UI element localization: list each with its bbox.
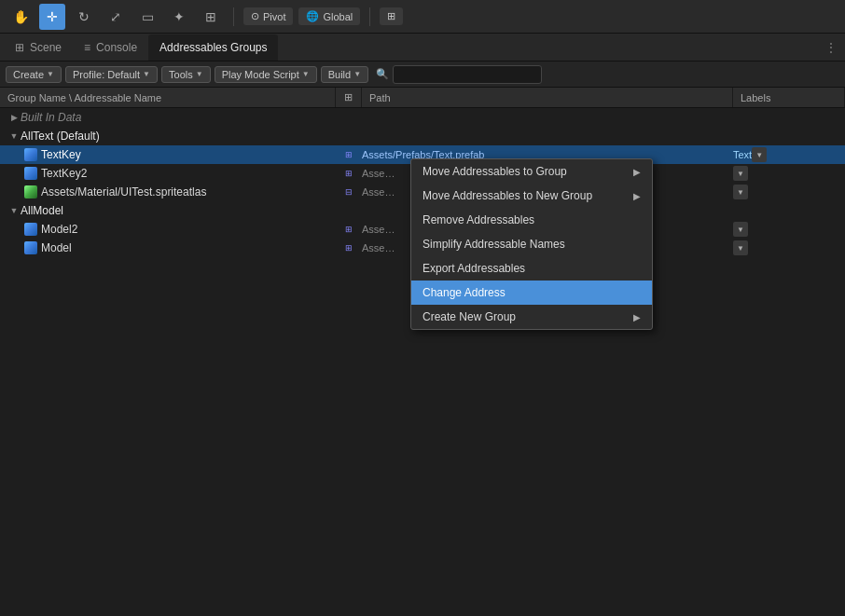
ctx-simplify-label: Simplify Addressable Names xyxy=(422,238,565,251)
ctx-move-to-new-group[interactable]: Move Addressables to New Group ▶ xyxy=(411,184,652,208)
built-in-arrow: ▶ xyxy=(7,111,21,124)
profile-dropdown[interactable]: Profile: Default ▼ xyxy=(65,66,158,83)
uitest-path: Asse… xyxy=(362,186,395,198)
addressables-label: Addressables Groups xyxy=(159,41,267,54)
search-icon: 🔍 xyxy=(376,68,389,80)
col-name: Group Name \ Addressable Name xyxy=(0,88,336,107)
context-menu: Move Addressables to Group ▶ Move Addres… xyxy=(410,158,653,330)
move-tool-icon[interactable]: ✛ xyxy=(39,4,65,30)
allmodel-arrow: ▼ xyxy=(7,204,21,217)
col-labels: Labels xyxy=(733,88,845,107)
model-label: Model xyxy=(41,241,336,254)
textkey-path-label: Text xyxy=(733,149,752,160)
create-label: Create xyxy=(13,69,44,80)
build-dropdown[interactable]: Build ▼ xyxy=(321,66,368,83)
ctx-remove-label: Remove Addressables xyxy=(422,213,534,226)
profile-label: Profile: Default xyxy=(73,69,140,80)
scene-label: Scene xyxy=(30,41,62,54)
alltext-arrow: ▼ xyxy=(7,130,21,143)
model2-label: Model2 xyxy=(41,223,336,236)
tab-bar: ⊞ Scene ≡ Console Addressables Groups ⋮ xyxy=(0,34,845,62)
play-mode-arrow: ▼ xyxy=(302,70,310,78)
column-headers: Group Name \ Addressable Name ⊞ Path Lab… xyxy=(0,88,845,108)
row-built-in[interactable]: ▶ Built In Data xyxy=(0,108,845,127)
ctx-remove[interactable]: Remove Addressables xyxy=(411,208,652,232)
uitest-dropdown[interactable]: ▼ xyxy=(733,185,748,199)
model-path: Asse… xyxy=(362,242,395,253)
ctx-export[interactable]: Export Addressables xyxy=(411,256,652,281)
model-dropdown[interactable]: ▼ xyxy=(733,240,748,255)
grid-icon: ⊞ xyxy=(387,10,395,22)
search-input[interactable] xyxy=(393,65,542,84)
rotate-tool-icon[interactable]: ↻ xyxy=(71,4,97,30)
uitest-sprite-icon xyxy=(23,185,38,199)
play-mode-dropdown[interactable]: Play Mode Script ▼ xyxy=(215,66,317,83)
textkey-dropdown[interactable]: ▼ xyxy=(752,147,767,162)
transform-tool-icon[interactable]: ✦ xyxy=(166,4,192,30)
ctx-move-to-group-arrow: ▶ xyxy=(633,167,641,177)
col-path: Path xyxy=(362,88,733,107)
global-label: Global xyxy=(323,11,353,22)
hand-tool-icon[interactable]: ✋ xyxy=(7,4,34,30)
pivot-icon: ⊙ xyxy=(251,10,259,22)
global-icon: 🌐 xyxy=(306,10,319,22)
model2-dropdown[interactable]: ▼ xyxy=(733,222,748,237)
separator-2 xyxy=(369,7,370,26)
scene-icon: ⊞ xyxy=(15,41,24,54)
allmodel-label: AllModel xyxy=(21,204,336,217)
ctx-create-new-group-label: Create New Group xyxy=(422,310,516,323)
play-mode-label: Play Mode Script xyxy=(222,69,299,80)
tools-label: Tools xyxy=(169,69,193,80)
model2-cube-icon xyxy=(23,222,38,237)
col-path-icon: ⊞ xyxy=(336,88,362,107)
create-arrow: ▼ xyxy=(47,70,54,78)
ctx-export-label: Export Addressables xyxy=(422,262,525,275)
tab-console[interactable]: ≡ Console xyxy=(73,34,148,61)
grid-button[interactable]: ⊞ xyxy=(380,7,403,25)
pivot-label: Pivot xyxy=(263,11,285,22)
ctx-change-address-label: Change Address xyxy=(422,286,506,299)
global-button[interactable]: 🌐 Global xyxy=(298,7,360,25)
console-icon: ≡ xyxy=(84,41,90,54)
model2-path: Asse… xyxy=(362,224,395,235)
textkey-path-badge: ⊞ xyxy=(336,150,362,159)
separator-1 xyxy=(233,7,234,26)
textkey2-cube-icon xyxy=(23,166,38,181)
custom-tool-icon[interactable]: ⊞ xyxy=(198,4,224,30)
textkey-cube-icon xyxy=(23,147,38,162)
uitest-label: Assets/Material/UITest.spriteatlas xyxy=(41,185,336,198)
ctx-move-to-group-label: Move Addressables to Group xyxy=(422,165,567,178)
tab-addressables-groups[interactable]: Addressables Groups xyxy=(148,34,278,61)
textkey2-path: Asse… xyxy=(362,168,395,179)
build-arrow: ▼ xyxy=(353,70,361,78)
row-alltext[interactable]: ▼ AllText (Default) xyxy=(0,127,845,145)
ctx-move-to-new-group-label: Move Addressables to New Group xyxy=(422,189,592,202)
pivot-button[interactable]: ⊙ Pivot xyxy=(243,7,293,25)
ctx-move-to-new-group-arrow: ▶ xyxy=(633,191,641,201)
profile-arrow: ▼ xyxy=(143,70,150,78)
ctx-simplify[interactable]: Simplify Addressable Names xyxy=(411,232,652,256)
top-toolbar: ✋ ✛ ↻ ⤢ ▭ ✦ ⊞ ⊙ Pivot 🌐 Global ⊞ xyxy=(0,0,845,34)
tab-scene[interactable]: ⊞ Scene xyxy=(4,34,73,61)
ctx-create-new-group-arrow: ▶ xyxy=(633,312,641,322)
textkey2-label: TextKey2 xyxy=(41,167,336,180)
console-label: Console xyxy=(96,41,137,54)
tools-dropdown[interactable]: Tools ▼ xyxy=(161,66,211,83)
textkey2-dropdown[interactable]: ▼ xyxy=(733,166,748,181)
model-cube-icon xyxy=(23,240,38,255)
ctx-move-to-group[interactable]: Move Addressables to Group ▶ xyxy=(411,159,652,184)
ctx-create-new-group[interactable]: Create New Group ▶ xyxy=(411,305,652,329)
create-dropdown[interactable]: Create ▼ xyxy=(6,66,62,83)
rect-tool-icon[interactable]: ▭ xyxy=(134,4,160,30)
build-label: Build xyxy=(328,69,351,80)
alltext-label: AllText (Default) xyxy=(21,130,336,143)
tab-more-button[interactable]: ⋮ xyxy=(821,37,841,58)
built-in-label: Built In Data xyxy=(21,111,336,124)
textkey-label: TextKey xyxy=(41,148,336,161)
tools-arrow: ▼ xyxy=(196,70,203,78)
addressables-toolbar: Create ▼ Profile: Default ▼ Tools ▼ Play… xyxy=(0,62,845,88)
scale-tool-icon[interactable]: ⤢ xyxy=(103,4,129,30)
ctx-change-address[interactable]: Change Address xyxy=(411,281,652,305)
path-sort-icon: ⊞ xyxy=(344,91,353,103)
